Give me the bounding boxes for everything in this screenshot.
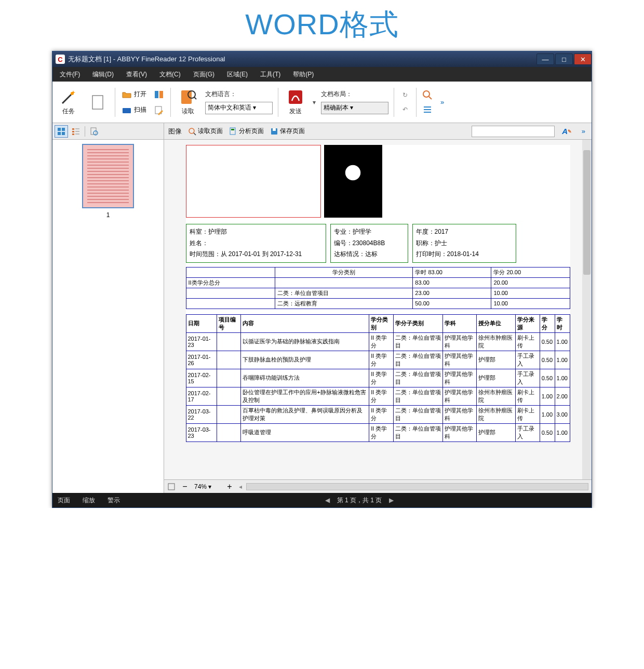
close-button[interactable]: ✕ <box>574 53 592 65</box>
dropdown-icon[interactable]: ▾ <box>313 99 316 106</box>
svg-rect-1 <box>92 96 103 109</box>
list-icon[interactable] <box>422 104 433 115</box>
read-button[interactable]: 读取 <box>176 87 200 117</box>
search-input[interactable] <box>472 126 555 137</box>
table-header: 学时 <box>555 314 570 332</box>
page-thumbnail[interactable] <box>82 144 134 208</box>
fit-icon[interactable] <box>167 483 176 491</box>
status-page[interactable]: 页面 <box>58 496 70 505</box>
edit-button[interactable] <box>153 104 165 116</box>
menu-edit[interactable]: 编辑(D) <box>88 68 118 81</box>
scan-label: 扫描 <box>134 105 146 114</box>
status-zoom[interactable]: 缩放 <box>83 496 95 505</box>
svg-point-10 <box>423 91 430 97</box>
vertical-scrollbar[interactable] <box>582 140 592 479</box>
analyze-page-label: 分析页面 <box>239 127 264 136</box>
info-box-1: 科室：护理部 姓名： 时间范围：从 2017-01-01 到 2017-12-3… <box>186 224 326 263</box>
template-icon <box>154 89 164 100</box>
redo-icon[interactable]: ↻ <box>399 89 411 101</box>
scroll-left-icon[interactable]: ◂ <box>239 483 242 490</box>
task-label: 任务 <box>62 107 75 116</box>
undo-icon[interactable]: ↶ <box>399 104 411 115</box>
main-pane: 科室：护理部 姓名： 时间范围：从 2017-01-01 到 2017-12-3… <box>164 140 592 493</box>
window-title: 无标题文档 [1] - ABBYY FineReader 12 Professi… <box>68 55 535 64</box>
svg-rect-20 <box>72 131 74 132</box>
svg-rect-32 <box>273 128 276 131</box>
text-style-button[interactable]: A✎ <box>560 126 574 137</box>
svg-rect-33 <box>168 484 175 490</box>
thumbnail-image <box>83 145 133 207</box>
read-label: 读取 <box>182 107 194 116</box>
table-row: 2017-01-23以循证医学为基础的静脉输液实践指南II 类学分二类：单位自管… <box>186 332 570 351</box>
save-page-button[interactable]: 保存页面 <box>268 126 307 137</box>
maximize-button[interactable]: □ <box>555 53 573 65</box>
minimize-button[interactable]: — <box>536 53 554 65</box>
analyze-page-button[interactable]: 分析页面 <box>227 126 266 137</box>
folder-open-icon <box>122 89 132 100</box>
menu-view[interactable]: 查看(V) <box>122 68 151 81</box>
scan-button[interactable]: 扫描 <box>120 104 147 116</box>
table-header: 学分类别 <box>369 314 393 332</box>
document-view[interactable]: 科室：护理部 姓名： 时间范围：从 2017-01-01 到 2017-12-3… <box>164 140 592 479</box>
table-row: 2017-03-23呼吸道管理II 类学分二类：单位自管项目护理其他学科护理部手… <box>186 423 570 441</box>
language-select[interactable]: 简体中文和英语 ▾ <box>205 102 273 114</box>
menu-tools[interactable]: 工具(T) <box>256 68 285 81</box>
new-page-button[interactable] <box>86 92 110 112</box>
send-button[interactable]: 发送 <box>284 87 307 117</box>
menu-area[interactable]: 区域(E) <box>223 68 252 81</box>
svg-line-28 <box>194 133 196 135</box>
app-icon: C <box>56 55 65 64</box>
data-table: 日期项目编号内容学分类别学分子类别学科授分单位学分来源学分学时 2017-01-… <box>186 314 570 442</box>
analyze-icon <box>229 127 237 136</box>
next-page-icon[interactable]: ▶ <box>389 497 394 504</box>
red-region-box <box>186 145 321 218</box>
layout-select[interactable]: 精确副本 ▾ <box>321 102 388 114</box>
table-row: 2017-02-17卧位管理在护理工作中的应用+静脉输液微粒危害及控制II 类学… <box>186 387 570 405</box>
view-list-button[interactable] <box>69 125 83 138</box>
svg-rect-9 <box>289 90 302 104</box>
menubar: 文件(F) 编辑(D) 查看(V) 文档(C) 页面(G) 区域(E) 工具(T… <box>52 67 592 82</box>
zoom-out-button[interactable]: − <box>180 481 190 492</box>
template-button[interactable] <box>153 88 165 101</box>
svg-rect-17 <box>58 132 61 135</box>
view-grid-button[interactable] <box>55 125 68 138</box>
read-page-label: 读取页面 <box>198 127 223 136</box>
menu-document[interactable]: 文档(C) <box>155 68 185 81</box>
expand-toolbar-icon[interactable]: » <box>580 127 587 135</box>
menu-help[interactable]: 帮助(P) <box>289 68 318 81</box>
svg-line-11 <box>429 97 432 99</box>
table-header: 学分来源 <box>516 314 540 332</box>
horizontal-scrollbar[interactable] <box>246 483 588 490</box>
image-label: 图像 <box>168 127 182 136</box>
status-warn[interactable]: 警示 <box>108 496 120 505</box>
table-header: 授分单位 <box>477 314 516 332</box>
zoom-in-button[interactable]: + <box>224 481 235 492</box>
statusbar: 页面 缩放 警示 ◀ 第 1 页，共 1 页 ▶ <box>52 493 592 507</box>
zoom-value[interactable]: 74% ▾ <box>194 483 220 490</box>
svg-rect-18 <box>62 132 65 135</box>
table-header: 学科 <box>442 314 476 332</box>
info-box-3: 年度：2017 职称：护士 打印时间：2018-01-14 <box>412 224 516 263</box>
svg-rect-2 <box>123 108 131 113</box>
table-header: 内容 <box>241 314 369 332</box>
page-settings-button[interactable] <box>87 125 101 138</box>
open-button[interactable]: 打开 <box>120 88 147 101</box>
zoom-tool-icon[interactable] <box>422 89 433 101</box>
read-page-button[interactable]: 读取页面 <box>186 126 225 137</box>
send-label: 发送 <box>289 107 302 116</box>
magnifier-icon <box>188 127 196 136</box>
prev-page-icon[interactable]: ◀ <box>325 497 330 504</box>
task-button[interactable]: 任务 <box>57 87 81 117</box>
layout-label: 文档布局： <box>321 90 388 99</box>
open-label: 打开 <box>134 90 146 99</box>
svg-rect-29 <box>230 128 235 135</box>
document-page: 科室：护理部 姓名： 时间范围：从 2017-01-01 到 2017-12-3… <box>186 145 570 442</box>
svg-rect-30 <box>231 129 234 130</box>
menu-page[interactable]: 页面(G) <box>189 68 219 81</box>
language-label: 文档语言： <box>205 90 273 99</box>
menu-file[interactable]: 文件(F) <box>56 68 84 81</box>
expand-ribbon-icon[interactable]: » <box>438 98 446 106</box>
app-window: C 无标题文档 [1] - ABBYY FineReader 12 Profes… <box>52 51 592 508</box>
wand-icon <box>60 88 77 106</box>
svg-rect-3 <box>155 91 158 98</box>
